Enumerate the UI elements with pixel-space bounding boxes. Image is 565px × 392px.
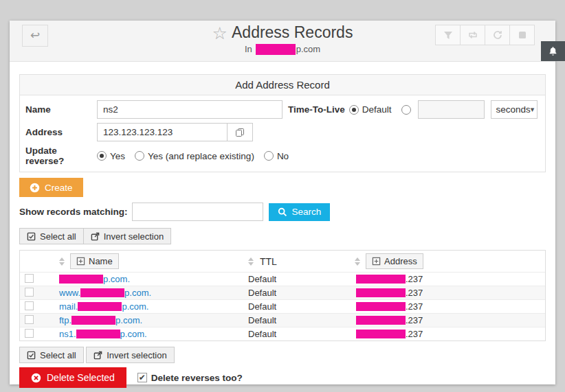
favorite-star-icon[interactable]: ☆: [212, 23, 228, 43]
table-row: ns1.p.com. Default .237: [20, 327, 545, 341]
address-column-button[interactable]: Address: [366, 253, 423, 269]
select-all-label: Select all: [40, 350, 76, 360]
redacted-name: [76, 330, 120, 338]
redacted-name: [78, 302, 122, 311]
form-title: Add Address Record: [20, 75, 545, 95]
filter-icon: [443, 31, 453, 40]
search-label: Show records matching:: [19, 207, 128, 217]
check-icon: ✔: [139, 373, 146, 382]
records-table: Name TTL Address: [19, 250, 546, 341]
stop-button[interactable]: [509, 25, 535, 45]
row-checkbox[interactable]: [25, 288, 34, 297]
record-name-link[interactable]: ftp.p.com.: [59, 315, 142, 325]
redacted-address: [356, 288, 406, 297]
address-cell: .237: [355, 315, 545, 325]
record-name-link[interactable]: ns1.p.com.: [59, 329, 147, 339]
plus-circle-icon: [30, 183, 40, 193]
name-label: Name: [25, 104, 97, 115]
row-checkbox[interactable]: [25, 301, 34, 310]
select-all-icon: [27, 351, 36, 360]
redacted-address: [356, 330, 406, 338]
header-toolbar: [436, 25, 535, 45]
address-input[interactable]: [97, 123, 228, 141]
table-row: ftp.p.com. Default .237: [20, 313, 545, 327]
update-reverse-no-label: No: [277, 151, 289, 161]
address-cell: .237: [355, 274, 545, 284]
redacted-address: [356, 316, 406, 325]
record-name-link[interactable]: mail.p.com.: [59, 301, 148, 312]
refresh-button[interactable]: [485, 25, 510, 45]
address-label: Address: [25, 127, 97, 137]
redacted-address: [356, 275, 406, 284]
search-button[interactable]: Search: [269, 203, 331, 221]
select-all-button[interactable]: Select all: [19, 347, 84, 363]
table-row: mail.p.com. Default .237: [20, 299, 545, 313]
sort-name-control[interactable]: [59, 257, 65, 266]
sort-address-control[interactable]: [355, 257, 360, 266]
zone-subtitle: Inp.com: [10, 44, 555, 55]
table-row: p.com. Default .237: [20, 272, 545, 286]
address-column-label: Address: [384, 256, 417, 266]
squared-plus-icon: [372, 257, 381, 266]
select-all-label: Select all: [40, 231, 76, 242]
invert-selection-button[interactable]: Invert selection: [83, 228, 171, 244]
subtitle-suffix: p.com: [296, 44, 320, 54]
sort-ttl-control[interactable]: [248, 257, 254, 266]
squared-plus-icon: [76, 257, 85, 266]
row-checkbox[interactable]: [25, 329, 34, 338]
ttl-default-label: Default: [362, 104, 392, 115]
update-reverse-row: Update reverse? Yes Yes (and replace exi…: [25, 146, 540, 166]
selection-controls-top: Select all Invert selection: [19, 228, 171, 244]
repeat-button[interactable]: [460, 25, 485, 45]
delete-controls: Delete Selected ✔ Delete reverses too?: [19, 367, 546, 388]
address-cell: .237: [355, 329, 545, 339]
address-records-panel: ↩ ☆Address Records Inp.com: [10, 21, 555, 384]
name-column-button[interactable]: Name: [70, 253, 119, 269]
table-header-row: Name TTL Address: [20, 251, 545, 272]
update-reverse-yes-radio[interactable]: [97, 151, 107, 161]
x-circle-icon: [31, 373, 41, 383]
update-reverse-replace-radio[interactable]: [135, 151, 144, 161]
ttl-unit-value: seconds: [496, 104, 531, 115]
ttl-cell: Default: [248, 301, 355, 312]
refresh-icon: [493, 30, 502, 40]
ttl-cell: Default: [248, 329, 355, 339]
notifications-tab[interactable]: [541, 41, 565, 61]
invert-selection-button[interactable]: Invert selection: [86, 347, 174, 363]
update-reverse-yes-label: Yes: [110, 151, 125, 161]
select-all-button[interactable]: Select all: [19, 228, 84, 244]
row-checkbox[interactable]: [25, 315, 34, 324]
panel-header: ↩ ☆Address Records Inp.com: [10, 21, 555, 62]
name-input[interactable]: [97, 100, 282, 119]
filter-button[interactable]: [435, 25, 461, 45]
page-title: Address Records: [232, 23, 353, 41]
update-reverse-replace-label: Yes (and replace existing): [148, 151, 254, 161]
delete-selected-button[interactable]: Delete Selected: [19, 367, 126, 388]
search-icon: [278, 207, 287, 217]
ttl-custom-radio[interactable]: [401, 105, 411, 115]
select-all-icon: [27, 232, 36, 241]
ttl-cell: Default: [248, 315, 355, 325]
delete-reverses-checkbox[interactable]: ✔: [137, 373, 147, 382]
search-input[interactable]: [132, 203, 263, 221]
ttl-unit-select[interactable]: seconds ▾: [491, 100, 538, 119]
stop-icon: [518, 30, 527, 40]
caret-down-icon: ▾: [531, 105, 535, 114]
update-reverse-no-radio[interactable]: [264, 151, 274, 161]
ttl-cell: Default: [248, 274, 355, 284]
create-button[interactable]: Create: [19, 178, 83, 197]
page-background: ↩ ☆Address Records Inp.com: [0, 0, 565, 392]
redacted-name: [80, 288, 124, 297]
record-name-link[interactable]: p.com.: [59, 274, 130, 284]
row-checkbox[interactable]: [25, 274, 34, 283]
ttl-default-radio[interactable]: [349, 105, 359, 115]
update-reverse-label: Update reverse?: [25, 146, 97, 166]
record-name-link[interactable]: www.p.com.: [59, 288, 151, 298]
repeat-icon: [467, 31, 478, 39]
ttl-column-label: TTL: [260, 256, 277, 267]
ttl-custom-input[interactable]: [418, 100, 485, 119]
invert-selection-icon: [91, 232, 100, 241]
search-row: Show records matching: Search: [19, 203, 546, 221]
delete-reverses-label: Delete reverses too?: [151, 373, 243, 383]
paste-address-button[interactable]: [227, 123, 253, 141]
